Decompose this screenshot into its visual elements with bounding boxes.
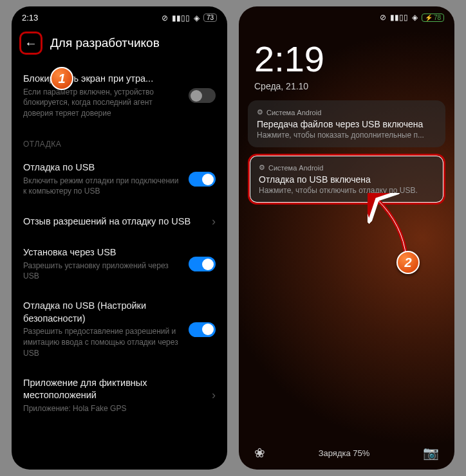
back-button[interactable]: ←: [19, 32, 42, 55]
setting-title: Блокировать экран при утра...: [23, 73, 181, 86]
notif-app: ⚙ Система Android: [257, 108, 436, 116]
wifi-icon: ◈: [412, 13, 418, 22]
setting-desc: Если параметр включен, устройство блокир…: [23, 87, 181, 119]
battery-badge: ⚡78: [422, 14, 444, 22]
setting-revoke-auth[interactable]: Отзыв разрешений на отладку по USB ›: [23, 206, 216, 237]
section-debug-label: ОТЛАДКА: [23, 128, 216, 152]
setting-desc: Приложение: Hola Fake GPS: [23, 403, 204, 414]
setting-usb-debug[interactable]: Отладка по USB Включить режим отладки пр…: [23, 152, 216, 206]
settings-list: Блокировать экран при утра... Если парам…: [12, 64, 227, 423]
setting-title: Отзыв разрешений на отладку по USB: [23, 215, 204, 228]
battery-badge: 73: [203, 14, 217, 22]
page-title: Для разработчиков: [50, 36, 160, 50]
marker-1: 1: [50, 67, 73, 90]
toggle-usb-secure[interactable]: [189, 322, 216, 337]
toggle-lock-screen[interactable]: [189, 88, 216, 103]
lock-clock: 2:19 Среда, 21.10: [239, 26, 454, 94]
notification-usb-transfer[interactable]: ⚙ Система Android Передача файлов через …: [248, 100, 445, 147]
chevron-right-icon: ›: [212, 389, 216, 402]
setting-desc: Разрешить установку приложений через USB: [23, 261, 181, 282]
signal-icon: ▮▮▯▯: [390, 13, 408, 22]
settings-header: ← Для разработчиков: [12, 26, 227, 64]
setting-title: Установка через USB: [23, 246, 181, 259]
lock-time: 2:19: [254, 41, 439, 77]
toggle-usb-debug[interactable]: [189, 172, 216, 187]
dnd-icon: ⊘: [380, 13, 386, 22]
dnd-icon: ⊘: [162, 14, 168, 23]
setting-usb-secure[interactable]: Отладка по USB (Настройки безопасности) …: [23, 291, 216, 368]
phone-settings: 2:13 ⊘ ▮▮▯▯ ◈ 73 ← Для разработчиков 1 Б…: [12, 6, 227, 470]
notif-body: Нажмите, чтобы показать дополнительные п…: [257, 131, 436, 140]
gear-icon: ⚙: [257, 108, 263, 116]
marker-2: 2: [396, 251, 420, 274]
gear-icon: ⚙: [259, 163, 265, 172]
setting-usb-install[interactable]: Установка через USB Разрешить установку …: [23, 237, 216, 291]
setting-mock-location[interactable]: Приложение для фиктивных местоположений …: [23, 368, 216, 423]
setting-title: Приложение для фиктивных местоположений: [23, 377, 204, 402]
setting-title: Отладка по USB (Настройки безопасности): [23, 300, 181, 325]
status-bar: ⊘ ▮▮▯▯ ◈ ⚡78: [239, 6, 454, 26]
wifi-icon: ◈: [194, 14, 200, 23]
status-bar: 2:13 ⊘ ▮▮▯▯ ◈ 73: [12, 6, 227, 26]
setting-desc: Включить режим отладки при подключении к…: [23, 176, 181, 197]
flower-icon[interactable]: ❀: [254, 445, 265, 461]
notif-app: ⚙ Система Android: [259, 163, 434, 172]
setting-title: Отладка по USB: [23, 161, 181, 174]
phone-lockscreen: ⊘ ▮▮▯▯ ◈ ⚡78 2:19 Среда, 21.10 ⚙ Система…: [239, 6, 454, 470]
arrow-left-icon: ←: [24, 36, 37, 51]
status-right: ⊘ ▮▮▯▯ ◈ ⚡78: [380, 13, 444, 22]
lock-bottom-bar: ❀ Зарядка 75% 📷: [239, 445, 454, 461]
setting-desc: Разрешить предоставление разрешений и им…: [23, 326, 181, 358]
status-time: 2:13: [22, 13, 38, 23]
toggle-usb-install[interactable]: [189, 257, 216, 271]
notif-title: Отладка по USB включена: [259, 174, 434, 185]
charging-text: Зарядка 75%: [319, 448, 370, 458]
status-right: ⊘ ▮▮▯▯ ◈ 73: [162, 14, 217, 23]
camera-icon[interactable]: 📷: [423, 445, 439, 461]
chevron-right-icon: ›: [212, 215, 216, 228]
notif-title: Передача файлов через USB включена: [257, 119, 436, 129]
lock-date: Среда, 21.10: [254, 81, 439, 91]
signal-icon: ▮▮▯▯: [172, 14, 190, 23]
